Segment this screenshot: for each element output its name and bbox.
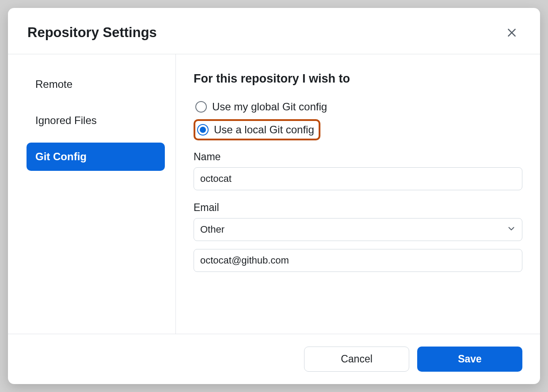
radio-icon [195, 101, 207, 113]
settings-content: For this repository I wish to Use my glo… [176, 54, 540, 334]
sidebar-item-label: Remote [35, 78, 72, 90]
radio-label: Use my global Git config [212, 101, 327, 113]
sidebar-item-label: Git Config [35, 151, 87, 162]
sidebar-item-remote[interactable]: Remote [27, 70, 165, 98]
email-select-value: Other [194, 218, 522, 241]
modal-body: Remote Ignored Files Git Config For this… [8, 54, 540, 334]
radio-icon [197, 124, 209, 136]
button-label: Cancel [341, 353, 373, 365]
content-heading: For this repository I wish to [194, 72, 522, 86]
sidebar-item-label: Ignored Files [35, 114, 97, 126]
sidebar-item-git-config[interactable]: Git Config [27, 143, 165, 171]
radio-local-config[interactable]: Use a local Git config [194, 119, 320, 140]
name-field-label: Name [194, 151, 522, 163]
cancel-button[interactable]: Cancel [304, 347, 409, 372]
repository-settings-modal: Repository Settings Remote Ignored Files… [8, 8, 540, 384]
name-input[interactable] [194, 167, 522, 190]
save-button[interactable]: Save [417, 347, 522, 372]
modal-title: Repository Settings [27, 25, 157, 41]
button-label: Save [458, 353, 482, 365]
radio-label: Use a local Git config [214, 124, 314, 136]
radio-dot-icon [200, 127, 206, 133]
close-button[interactable] [505, 26, 519, 40]
git-config-radio-group: Use my global Git config Use a local Git… [194, 98, 522, 140]
settings-sidebar: Remote Ignored Files Git Config [8, 54, 176, 334]
modal-header: Repository Settings [8, 8, 540, 54]
email-select[interactable]: Other [194, 218, 522, 241]
close-icon [506, 27, 518, 38]
radio-global-config[interactable]: Use my global Git config [194, 98, 331, 116]
modal-footer: Cancel Save [8, 334, 540, 384]
email-input[interactable] [194, 249, 522, 272]
email-field-label: Email [194, 202, 522, 214]
sidebar-item-ignored-files[interactable]: Ignored Files [27, 106, 165, 135]
